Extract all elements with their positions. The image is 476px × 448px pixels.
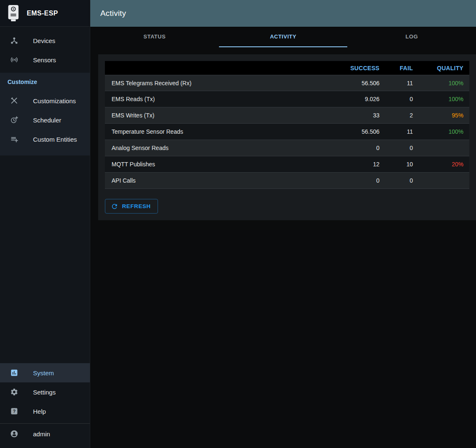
- gear-icon: [10, 388, 18, 396]
- metric-quality: 95%: [420, 112, 469, 119]
- metric-fail: 0: [386, 145, 420, 151]
- metric-fail: 10: [386, 161, 420, 168]
- sidebar-item-custom-entities[interactable]: Custom Entities: [0, 130, 90, 149]
- app-logo-row: EMS-ESP: [0, 0, 90, 27]
- table-header-row: SUCCESS FAIL QUALITY: [105, 61, 469, 75]
- sidebar-item-scheduler[interactable]: Scheduler: [0, 110, 90, 130]
- metric-name: EMS Telegrams Received (Rx): [105, 80, 328, 87]
- metric-success: 56.506: [328, 128, 386, 135]
- refresh-button[interactable]: REFRESH: [105, 199, 158, 214]
- metric-name: API Calls: [105, 177, 328, 184]
- activity-panel: SUCCESS FAIL QUALITY EMS Telegrams Recei…: [98, 54, 476, 220]
- table-row: API Calls 0 0: [105, 173, 469, 189]
- svg-text:?: ?: [13, 409, 16, 414]
- sidebar-item-label: Help: [33, 408, 46, 415]
- metric-success: 56.506: [328, 80, 386, 87]
- metric-fail: 11: [386, 80, 420, 87]
- column-header-fail: FAIL: [386, 65, 420, 71]
- table-row: Temperature Sensor Reads 56.506 11 100%: [105, 124, 469, 140]
- sidebar-item-devices[interactable]: Devices: [0, 31, 90, 50]
- metric-name: MQTT Publishes: [105, 161, 328, 168]
- sidebar-item-label: Custom Entities: [33, 136, 77, 143]
- table-row: Analog Sensor Reads 0 0: [105, 140, 469, 156]
- metric-name: EMS Writes (Tx): [105, 112, 328, 119]
- refresh-icon: [111, 203, 118, 210]
- tab-activity[interactable]: ACTIVITY: [219, 27, 348, 47]
- metric-name: EMS Reads (Tx): [105, 96, 328, 102]
- tab-bar: STATUS ACTIVITY LOG: [90, 27, 476, 47]
- table-row: EMS Telegrams Received (Rx) 56.506 11 10…: [105, 75, 469, 91]
- metric-success: 33: [328, 112, 386, 119]
- metric-success: 0: [328, 177, 386, 184]
- metric-name: Analog Sensor Reads: [105, 145, 328, 151]
- main-area: Activity STATUS ACTIVITY LOG SUCCESS FAI…: [90, 0, 476, 448]
- metric-fail: 0: [386, 177, 420, 184]
- column-header-quality: QUALITY: [420, 65, 469, 71]
- sidebar-item-label: Customizations: [33, 97, 76, 104]
- sidebar-item-help[interactable]: ? Help: [0, 402, 90, 421]
- refresh-button-label: REFRESH: [122, 203, 151, 209]
- metric-fail: 2: [386, 112, 420, 119]
- sidebar-item-label: Scheduler: [33, 117, 61, 124]
- sidebar-nav: Devices Sensors Customize Custo: [0, 27, 90, 448]
- table-row: MQTT Publishes 12 10 20%: [105, 156, 469, 173]
- tab-status[interactable]: STATUS: [90, 27, 219, 47]
- table-row: EMS Reads (Tx) 9.026 0 100%: [105, 91, 469, 107]
- sidebar-item-system[interactable]: System: [0, 363, 90, 382]
- sidebar-item-label: Sensors: [33, 56, 56, 64]
- metric-quality: 100%: [420, 80, 469, 87]
- column-header-success: SUCCESS: [328, 65, 386, 71]
- playlist-add-icon: [10, 135, 18, 143]
- customize-section: Customize Customizations: [0, 73, 90, 155]
- sidebar-spacer: [0, 155, 90, 363]
- appbar: Activity: [90, 0, 476, 27]
- ems-esp-logo-icon: [6, 4, 21, 23]
- sidebar-item-settings[interactable]: Settings: [0, 382, 90, 402]
- metric-success: 9.026: [328, 96, 386, 102]
- table-row: EMS Writes (Tx) 33 2 95%: [105, 107, 469, 124]
- tab-log[interactable]: LOG: [347, 27, 476, 47]
- sidebar-item-label: System: [33, 369, 54, 377]
- metric-name: Temperature Sensor Reads: [105, 128, 328, 135]
- help-icon: ?: [10, 407, 18, 415]
- construction-icon: [10, 97, 18, 105]
- bar-chart-icon: [10, 369, 18, 377]
- metric-fail: 0: [386, 96, 420, 102]
- sidebar-item-sensors[interactable]: Sensors: [0, 50, 90, 69]
- page-title: Activity: [100, 9, 126, 18]
- account-circle-icon: [10, 430, 18, 438]
- clock-plus-icon: [10, 116, 18, 124]
- metric-success: 0: [328, 145, 386, 151]
- sidebar-item-customizations[interactable]: Customizations: [0, 91, 90, 110]
- metric-quality: 20%: [420, 161, 469, 168]
- metric-fail: 11: [386, 128, 420, 135]
- customize-section-header: Customize: [0, 79, 90, 85]
- sidebar: EMS-ESP Devices Sensors Customize: [0, 0, 90, 448]
- metric-quality: 100%: [420, 96, 469, 102]
- metric-quality: 100%: [420, 128, 469, 135]
- sidebar-user-admin[interactable]: admin: [0, 424, 90, 444]
- sidebar-user-label: admin: [33, 430, 50, 438]
- activity-table: SUCCESS FAIL QUALITY EMS Telegrams Recei…: [105, 61, 469, 189]
- sidebar-item-label: Settings: [33, 389, 56, 396]
- sidebar-item-label: Devices: [33, 37, 55, 44]
- sensors-icon: [10, 56, 18, 64]
- metric-success: 12: [328, 161, 386, 168]
- device-hub-icon: [10, 36, 18, 45]
- app-title: EMS-ESP: [27, 10, 58, 17]
